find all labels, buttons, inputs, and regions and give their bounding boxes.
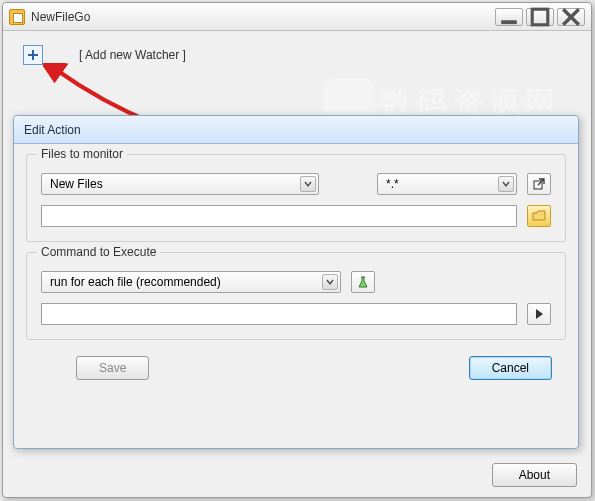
toolbar: [ Add new Watcher ] <box>3 31 591 75</box>
minimize-button[interactable] <box>495 8 523 26</box>
titlebar: NewFileGo <box>3 3 591 31</box>
files-mode-combo[interactable]: New Files <box>41 173 319 195</box>
maximize-button[interactable] <box>526 8 554 26</box>
add-watcher-label: [ Add new Watcher ] <box>79 48 186 62</box>
open-external-button[interactable] <box>527 173 551 195</box>
edit-action-dialog: Edit Action Files to monitor New Files *… <box>13 115 579 449</box>
browse-folder-button[interactable] <box>527 205 551 227</box>
command-input[interactable] <box>41 303 517 325</box>
extension-combo[interactable]: *.* <box>377 173 517 195</box>
flask-icon <box>356 275 370 289</box>
about-button[interactable]: About <box>492 463 577 487</box>
main-window: NewFileGo [ Add new Watcher ] 数码资源网 www.… <box>2 2 592 498</box>
monitor-path-input[interactable] <box>41 205 517 227</box>
chevron-down-icon <box>322 274 338 290</box>
add-watcher-button[interactable] <box>23 45 43 65</box>
save-button[interactable]: Save <box>76 356 149 380</box>
minimize-icon <box>496 4 522 30</box>
files-group-label: Files to monitor <box>37 147 127 161</box>
open-external-icon <box>532 177 546 191</box>
folder-icon <box>532 209 546 223</box>
maximize-icon <box>527 4 553 30</box>
play-icon <box>532 307 546 321</box>
run-mode-value: run for each file (recommended) <box>50 275 221 289</box>
chevron-down-icon <box>300 176 316 192</box>
app-icon <box>9 9 25 25</box>
plus-icon <box>27 49 39 61</box>
test-command-button[interactable] <box>351 271 375 293</box>
run-mode-combo[interactable]: run for each file (recommended) <box>41 271 341 293</box>
files-mode-value: New Files <box>50 177 103 191</box>
files-to-monitor-group: Files to monitor New Files *.* <box>26 154 566 242</box>
extension-value: *.* <box>386 177 399 191</box>
dialog-title: Edit Action <box>14 116 578 144</box>
svg-rect-1 <box>532 9 548 25</box>
cancel-button[interactable]: Cancel <box>469 356 552 380</box>
close-icon <box>558 4 584 30</box>
run-button[interactable] <box>527 303 551 325</box>
chevron-down-icon <box>498 176 514 192</box>
window-title: NewFileGo <box>31 10 90 24</box>
command-group-label: Command to Execute <box>37 245 160 259</box>
close-button[interactable] <box>557 8 585 26</box>
command-group: Command to Execute run for each file (re… <box>26 252 566 340</box>
